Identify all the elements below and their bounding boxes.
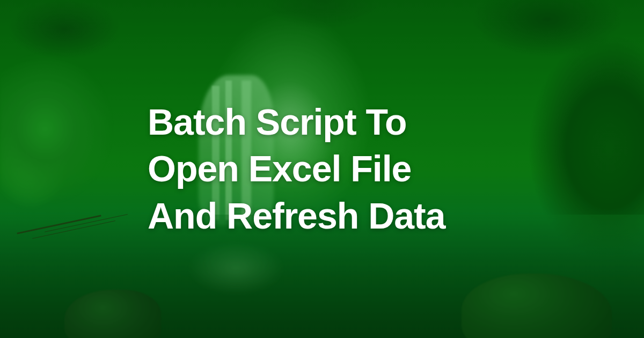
title-line-1: Batch Script To <box>148 101 406 142</box>
title-line-3: And Refresh Data <box>148 195 445 236</box>
page-title: Batch Script To Open Excel File And Refr… <box>148 99 445 239</box>
title-container: Batch Script To Open Excel File And Refr… <box>0 0 644 338</box>
title-line-2: Open Excel File <box>148 148 411 189</box>
